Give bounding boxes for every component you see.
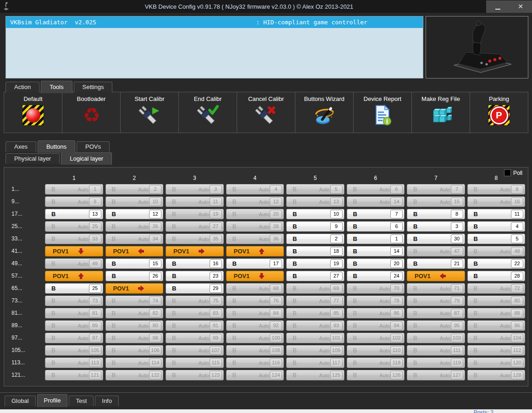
button-cell-auto[interactable]: BAuto125 (286, 370, 344, 380)
button-cell-auto[interactable]: BAuto72 (467, 283, 526, 294)
minimize-button[interactable] (486, 0, 509, 13)
button-cell-auto[interactable]: BAuto112 (467, 345, 526, 356)
button-cell-active[interactable]: B12 (105, 209, 164, 219)
button-cell-auto[interactable]: BAuto80 (467, 296, 526, 306)
button-cell-auto[interactable]: BAuto83 (166, 308, 224, 318)
button-cell-auto[interactable]: BAuto109 (286, 345, 344, 356)
button-cell-auto[interactable]: BAuto70 (347, 283, 405, 294)
button-cell-auto[interactable]: BAuto114 (105, 357, 164, 368)
button-cell-auto[interactable]: BAuto122 (105, 370, 164, 380)
button-cell-auto[interactable]: BAuto106 (105, 345, 164, 356)
button-cell-auto[interactable]: BAuto103 (407, 333, 465, 343)
button-cell-auto[interactable]: BAuto110 (347, 345, 405, 356)
button-cell-active[interactable]: B9 (286, 221, 344, 232)
button-cell-auto[interactable]: BAuto12 (226, 196, 284, 207)
button-cell-auto[interactable]: BAuto82 (105, 308, 164, 318)
button-cell-pov[interactable]: POV1 (45, 271, 103, 281)
button-cell-pov[interactable]: POV1 (407, 271, 465, 281)
button-cell-auto[interactable]: BAuto78 (347, 296, 405, 306)
button-cell-auto[interactable]: BAuto7 (407, 184, 465, 195)
button-cell-auto[interactable]: BAuto8 (467, 184, 526, 195)
button-cell-auto[interactable]: BAuto88 (467, 308, 526, 318)
button-cell-active[interactable]: B14 (347, 246, 405, 257)
button-cell-auto[interactable]: BAuto126 (347, 370, 405, 380)
button-cell-active[interactable]: B27 (286, 271, 344, 281)
button-cell-active[interactable]: B10 (286, 209, 344, 219)
device-list[interactable]: VKBsim Gladiator v2.025 : HID-compliant … (6, 16, 423, 78)
button-cell-auto[interactable]: BAuto92 (226, 320, 284, 331)
button-cell-auto[interactable]: BAuto101 (286, 333, 344, 343)
button-cell-auto[interactable]: BAuto48 (467, 246, 526, 257)
button-cell-auto[interactable]: BAuto34 (105, 234, 164, 244)
tab-logical-layer[interactable]: Logical layer (61, 152, 112, 165)
button-cell-pov[interactable]: POV1 (105, 283, 164, 294)
button-cell-auto[interactable]: BAuto33 (45, 234, 103, 244)
button-cell-active[interactable]: B29 (166, 283, 224, 294)
tab-povs[interactable]: POVs (77, 141, 110, 152)
button-cell-pov[interactable]: POV1 (166, 246, 224, 257)
button-cell-active[interactable]: B18 (286, 246, 344, 257)
tab-axes[interactable]: Axes (6, 141, 36, 152)
button-cell-auto[interactable]: BAuto108 (226, 345, 284, 356)
button-cell-auto[interactable]: BAuto99 (166, 333, 224, 343)
button-cell-active[interactable]: B25 (45, 283, 103, 294)
button-cell-active[interactable]: B1 (347, 234, 405, 244)
button-cell-active[interactable]: B7 (347, 209, 405, 219)
button-cell-auto[interactable]: BAuto76 (226, 296, 284, 306)
button-cell-auto[interactable]: BAuto77 (286, 296, 344, 306)
tab-buttons[interactable]: Buttons (38, 140, 75, 153)
button-cell-auto[interactable]: BAuto128 (467, 370, 526, 380)
tab-physical-layer[interactable]: Physical layer (6, 153, 60, 164)
button-cell-auto[interactable]: BAuto98 (105, 333, 164, 343)
button-cell-auto[interactable]: BAuto90 (105, 320, 164, 331)
toolbar-button-cancel-calibr[interactable]: Cancel Calibr (237, 92, 295, 133)
button-cell-auto[interactable]: BAuto118 (347, 357, 405, 368)
button-cell-auto[interactable]: BAuto95 (407, 320, 465, 331)
button-cell-auto[interactable]: BAuto10 (105, 196, 164, 207)
button-cell-auto[interactable]: BAuto6 (347, 184, 405, 195)
button-cell-auto[interactable]: BAuto105 (45, 345, 103, 356)
button-cell-auto[interactable]: BAuto100 (226, 333, 284, 343)
button-cell-auto[interactable]: BAuto47 (407, 246, 465, 257)
button-cell-active[interactable]: B13 (45, 209, 103, 219)
button-cell-auto[interactable]: BAuto20 (226, 209, 284, 219)
button-cell-auto[interactable]: BAuto1 (45, 184, 103, 195)
button-cell-active[interactable]: B6 (347, 221, 405, 232)
button-cell-auto[interactable]: BAuto68 (226, 283, 284, 294)
button-cell-active[interactable]: B21 (407, 258, 465, 269)
button-cell-pov[interactable]: POV1 (105, 246, 164, 257)
button-cell-auto[interactable]: BAuto120 (467, 357, 526, 368)
toolbar-button-parking[interactable]: ParkingP (470, 92, 528, 133)
tab-test[interactable]: Test (69, 396, 94, 406)
button-cell-auto[interactable]: BAuto84 (226, 308, 284, 318)
tab-info[interactable]: Info (95, 396, 119, 406)
button-cell-auto[interactable]: BAuto124 (226, 370, 284, 380)
button-cell-auto[interactable]: BAuto3 (166, 184, 224, 195)
toolbar-button-make-reg-file[interactable]: Make Reg File (412, 92, 470, 133)
button-cell-auto[interactable]: BAuto94 (347, 320, 405, 331)
button-cell-auto[interactable]: BAuto81 (45, 308, 103, 318)
button-cell-active[interactable]: B2 (286, 234, 344, 244)
button-cell-auto[interactable]: BAuto13 (286, 196, 344, 207)
tab-global[interactable]: Global (5, 396, 36, 406)
button-cell-active[interactable]: B16 (166, 258, 224, 269)
button-cell-active[interactable]: B3 (407, 221, 465, 232)
button-cell-active[interactable]: B28 (467, 271, 526, 281)
button-cell-pov[interactable]: POV1 (226, 246, 284, 257)
button-cell-active[interactable]: B8 (407, 209, 465, 219)
close-button[interactable]: ✕ (509, 0, 532, 13)
button-cell-auto[interactable]: BAuto115 (166, 357, 224, 368)
button-cell-auto[interactable]: BAuto73 (45, 296, 103, 306)
button-cell-auto[interactable]: BAuto89 (45, 320, 103, 331)
button-cell-auto[interactable]: BAuto14 (347, 196, 405, 207)
button-cell-auto[interactable]: BAuto96 (467, 320, 526, 331)
button-cell-auto[interactable]: BAuto49 (45, 258, 103, 269)
button-cell-auto[interactable]: BAuto28 (226, 221, 284, 232)
button-cell-auto[interactable]: BAuto85 (286, 308, 344, 318)
button-cell-auto[interactable]: BAuto79 (407, 296, 465, 306)
button-cell-active[interactable]: B4 (467, 221, 526, 232)
button-cell-auto[interactable]: BAuto71 (407, 283, 465, 294)
button-cell-auto[interactable]: BAuto74 (105, 296, 164, 306)
button-cell-auto[interactable]: BAuto127 (407, 370, 465, 380)
button-cell-active[interactable]: B19 (286, 258, 344, 269)
